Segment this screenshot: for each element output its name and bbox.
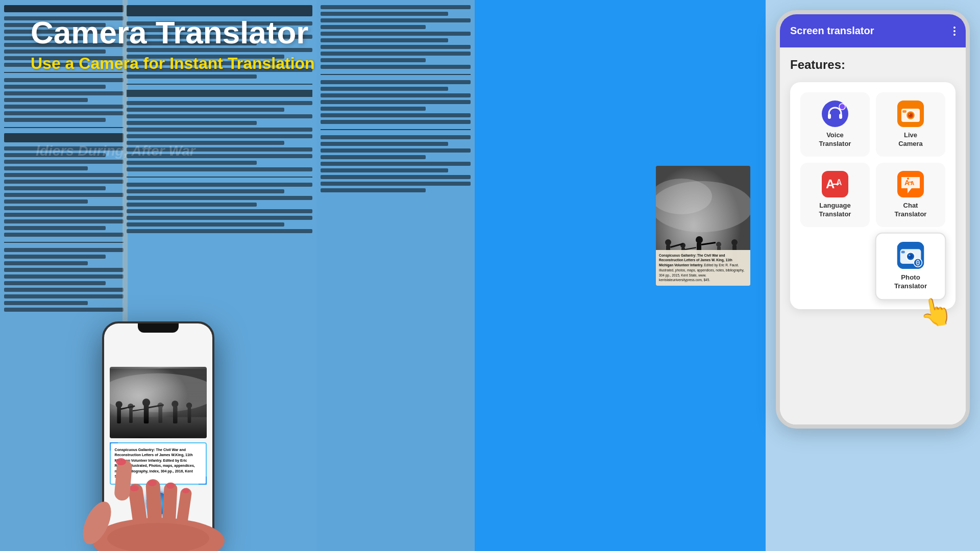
chat-translator-icon: A A bbox=[897, 171, 924, 197]
features-title: Features: bbox=[790, 58, 955, 72]
background-section-text: ldiers During, After War bbox=[36, 143, 195, 159]
chat-translator-label: ChatTranslator bbox=[895, 202, 927, 219]
svg-text:A: A bbox=[836, 178, 842, 187]
war-image-background: Conspicuous Gallantry: The Civil War and… bbox=[656, 166, 750, 286]
dot-3 bbox=[953, 34, 955, 36]
live-camera-label: LiveCamera bbox=[898, 131, 923, 148]
svg-rect-60 bbox=[902, 110, 906, 113]
svg-rect-52 bbox=[839, 114, 842, 119]
phone-scan-button[interactable] bbox=[145, 491, 171, 516]
svg-point-53 bbox=[839, 104, 845, 110]
phone-book-text: Conspicuous Gallantry: The Civil War and… bbox=[110, 442, 207, 485]
three-dots-menu[interactable] bbox=[953, 27, 955, 36]
live-camera-icon bbox=[897, 101, 924, 127]
newspaper-bg-right bbox=[316, 0, 475, 551]
photo-translator-icon-wrapper bbox=[897, 242, 924, 269]
hero-text-block: Camera Translator Use a Camera for Insta… bbox=[31, 15, 315, 73]
svg-point-31 bbox=[172, 400, 178, 407]
svg-point-6 bbox=[665, 239, 671, 245]
features-card: VoiceTranslator bbox=[790, 82, 955, 309]
grid-spacer bbox=[800, 233, 870, 299]
hero-subtitle: Use a Camera for Instant Translation bbox=[31, 54, 315, 73]
language-translator-label: LanguageTranslator bbox=[819, 202, 851, 219]
left-panel: Conspicuous Gallantry: The Civil War and… bbox=[0, 0, 766, 551]
dot-1 bbox=[953, 27, 955, 29]
svg-rect-78 bbox=[901, 251, 905, 253]
svg-point-27 bbox=[142, 398, 150, 406]
live-camera-icon-wrapper bbox=[897, 101, 924, 127]
cursor-hand-icon: 👆 bbox=[916, 293, 955, 330]
app-header: Screen translator bbox=[780, 14, 966, 47]
features-grid: VoiceTranslator bbox=[800, 92, 945, 299]
photo-translator-icon bbox=[897, 242, 924, 269]
feature-language-translator[interactable]: A A LanguageTranslator bbox=[800, 163, 870, 227]
svg-rect-51 bbox=[828, 114, 831, 119]
language-translator-icon-wrapper: A A bbox=[822, 171, 848, 197]
phone-notch bbox=[138, 323, 179, 333]
phone-screen: Conspicuous Gallantry: The Civil War and… bbox=[104, 323, 212, 549]
dot-2 bbox=[953, 30, 955, 32]
voice-translator-icon bbox=[822, 101, 848, 127]
war-image-caption: Conspicuous Gallantry: The Civil War and… bbox=[656, 250, 750, 286]
hero-title: Camera Translator bbox=[31, 15, 315, 50]
app-content: Features: bbox=[780, 47, 966, 429]
language-translator-icon: A A bbox=[822, 171, 848, 197]
voice-translator-icon-wrapper bbox=[822, 101, 848, 127]
svg-text:A: A bbox=[904, 179, 910, 187]
feature-chat-translator[interactable]: A A ChatTranslator bbox=[876, 163, 945, 227]
phone-mockup-container: Conspicuous Gallantry: The Civil War and… bbox=[102, 321, 214, 551]
app-phone-frame: Screen translator Features: bbox=[776, 10, 970, 429]
svg-point-23 bbox=[115, 401, 122, 408]
app-header-title: Screen translator bbox=[790, 25, 874, 37]
svg-point-10 bbox=[696, 236, 703, 243]
phone-mockup: Conspicuous Gallantry: The Civil War and… bbox=[102, 321, 214, 551]
svg-point-14 bbox=[731, 239, 738, 245]
feature-photo-translator[interactable]: PhotoTranslator 👆 bbox=[875, 232, 946, 299]
photo-translator-label: PhotoTranslator bbox=[894, 273, 927, 290]
voice-translator-label: VoiceTranslator bbox=[819, 131, 851, 148]
svg-point-69 bbox=[907, 178, 909, 180]
svg-point-59 bbox=[909, 114, 910, 115]
right-panel: Screen translator Features: bbox=[766, 0, 980, 551]
svg-point-20 bbox=[110, 373, 207, 412]
svg-point-12 bbox=[716, 242, 721, 247]
feature-live-camera[interactable]: LiveCamera bbox=[876, 92, 945, 157]
phone-war-image bbox=[110, 367, 207, 438]
feature-voice-translator[interactable]: VoiceTranslator bbox=[800, 92, 870, 157]
chat-translator-icon-wrapper: A A bbox=[897, 171, 924, 197]
